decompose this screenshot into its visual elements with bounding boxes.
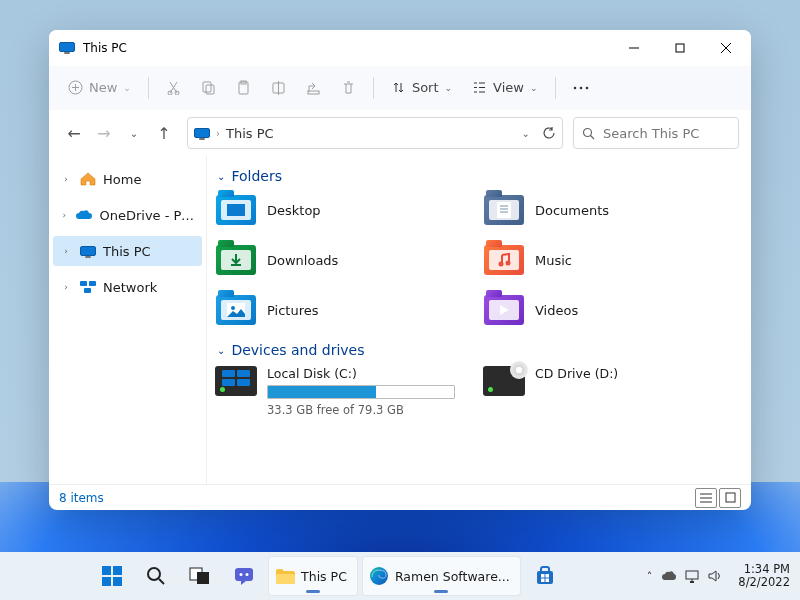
cut-button[interactable] — [157, 74, 190, 101]
system-tray[interactable]: ˄ 1:34 PM 8/2/2022 — [647, 563, 790, 589]
folder-icon — [215, 292, 257, 328]
rename-button[interactable] — [262, 74, 295, 101]
svg-point-16 — [573, 86, 576, 89]
svg-rect-40 — [113, 577, 122, 586]
expand-caret[interactable]: › — [59, 246, 73, 256]
taskview-button[interactable] — [180, 556, 220, 596]
new-button[interactable]: New ⌄ — [59, 74, 140, 101]
chevron-down-icon: ⌄ — [445, 83, 453, 93]
paste-button[interactable] — [227, 74, 260, 101]
file-explorer-window: This PC New ⌄ Sort ⌄ — [49, 30, 751, 510]
svg-rect-52 — [545, 574, 549, 578]
minimize-button[interactable] — [611, 33, 657, 63]
thispc-icon — [59, 42, 75, 54]
folder-item-pictures[interactable]: Pictures — [215, 292, 467, 328]
chevron-down-icon[interactable]: ⌄ — [522, 128, 530, 139]
svg-rect-38 — [113, 566, 122, 575]
sidebar-item-label: Home — [103, 172, 141, 187]
view-icon — [472, 80, 487, 95]
delete-button[interactable] — [332, 74, 365, 101]
details-view-button[interactable] — [695, 488, 717, 508]
sort-button-label: Sort — [412, 80, 439, 95]
folder-label: Videos — [535, 303, 578, 318]
maximize-button[interactable] — [657, 33, 703, 63]
svg-point-17 — [579, 86, 582, 89]
folder-icon — [215, 192, 257, 228]
search-button[interactable] — [136, 556, 176, 596]
view-button[interactable]: View ⌄ — [463, 74, 546, 101]
network-icon — [79, 279, 97, 295]
expand-caret[interactable]: › — [59, 174, 73, 184]
network-tray-icon[interactable] — [684, 570, 700, 583]
search-placeholder: Search This PC — [603, 126, 699, 141]
svg-line-20 — [591, 135, 595, 139]
folder-item-documents[interactable]: Documents — [483, 192, 735, 228]
taskbar: This PC Ramen Software... ˄ 1:34 PM 8/2/… — [0, 552, 800, 600]
content-pane: ⌄ Folders DesktopDocumentsDownloadsMusic… — [207, 156, 751, 484]
sidebar-item-network[interactable]: › Network — [53, 272, 202, 302]
chevron-down-icon: ⌄ — [530, 83, 538, 93]
address-bar[interactable]: › This PC ⌄ — [187, 117, 563, 149]
share-button[interactable] — [297, 74, 330, 101]
drive-label: CD Drive (D:) — [535, 366, 618, 381]
svg-rect-44 — [197, 572, 209, 584]
taskbar-store[interactable] — [525, 556, 565, 596]
sort-button[interactable]: Sort ⌄ — [382, 74, 461, 101]
drive-item[interactable]: Local Disk (C:)33.3 GB free of 79.3 GB — [215, 366, 467, 417]
taskbar-edge[interactable]: Ramen Software... — [362, 556, 521, 596]
taskbar-clock[interactable]: 1:34 PM 8/2/2022 — [738, 563, 790, 589]
volume-tray-icon[interactable] — [708, 570, 722, 582]
taskbar-app-label: Ramen Software... — [395, 569, 510, 584]
tray-overflow-icon[interactable]: ˄ — [647, 570, 653, 583]
expand-caret[interactable]: › — [59, 210, 69, 220]
sidebar-item-thispc[interactable]: › This PC — [53, 236, 202, 266]
svg-rect-21 — [80, 281, 87, 286]
section-header-folders[interactable]: ⌄ Folders — [217, 168, 735, 184]
plus-circle-icon — [68, 80, 83, 95]
folder-icon — [483, 242, 525, 278]
folder-label: Music — [535, 253, 572, 268]
svg-point-47 — [246, 573, 249, 576]
up-button[interactable]: ↑ — [151, 120, 177, 146]
folder-icon — [275, 568, 295, 584]
folder-item-music[interactable]: Music — [483, 242, 735, 278]
drive-item[interactable]: CD Drive (D:) — [483, 366, 735, 417]
thumbnails-view-button[interactable] — [719, 488, 741, 508]
sidebar-item-label: This PC — [103, 244, 151, 259]
start-button[interactable] — [92, 556, 132, 596]
expand-caret[interactable]: › — [59, 282, 73, 292]
svg-rect-22 — [89, 281, 96, 286]
sidebar-item-home[interactable]: › Home — [53, 164, 202, 194]
back-button[interactable]: ← — [61, 120, 87, 146]
copy-button[interactable] — [192, 74, 225, 101]
svg-rect-45 — [235, 568, 253, 581]
drive-icon — [215, 366, 257, 396]
folder-label: Documents — [535, 203, 609, 218]
refresh-button[interactable] — [542, 126, 556, 140]
folder-item-desktop[interactable]: Desktop — [215, 192, 467, 228]
close-button[interactable] — [703, 33, 749, 63]
sidebar-item-onedrive[interactable]: › OneDrive - Personal — [53, 200, 202, 230]
taskbar-app-label: This PC — [301, 569, 347, 584]
search-icon — [582, 127, 595, 140]
folder-label: Downloads — [267, 253, 338, 268]
svg-point-41 — [148, 568, 160, 580]
address-path: This PC — [226, 126, 516, 141]
new-button-label: New — [89, 80, 117, 95]
more-button[interactable] — [564, 80, 598, 96]
svg-point-18 — [585, 86, 588, 89]
onedrive-tray-icon[interactable] — [662, 569, 676, 583]
recent-button[interactable]: ⌄ — [121, 120, 147, 146]
drive-free-text: 33.3 GB free of 79.3 GB — [267, 403, 455, 417]
forward-button[interactable]: → — [91, 120, 117, 146]
search-box[interactable]: Search This PC — [573, 117, 739, 149]
titlebar[interactable]: This PC — [49, 30, 751, 66]
folder-item-downloads[interactable]: Downloads — [215, 242, 467, 278]
folder-item-videos[interactable]: Videos — [483, 292, 735, 328]
folder-icon — [215, 242, 257, 278]
section-title: Devices and drives — [231, 342, 364, 358]
svg-rect-24 — [227, 204, 245, 216]
taskbar-explorer[interactable]: This PC — [268, 556, 358, 596]
chat-button[interactable] — [224, 556, 264, 596]
section-header-drives[interactable]: ⌄ Devices and drives — [217, 342, 735, 358]
